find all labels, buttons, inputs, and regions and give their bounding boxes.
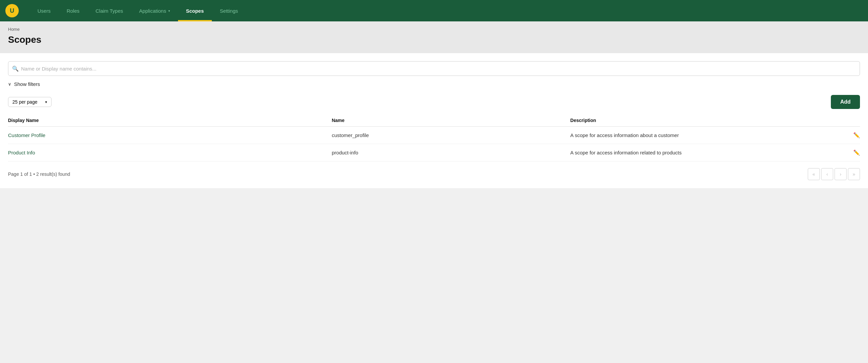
cell-description: A scope for access information about a c… [570, 127, 826, 144]
table-body: Customer Profile customer_profile A scop… [8, 127, 860, 161]
applications-dropdown-arrow: ▾ [168, 9, 170, 13]
add-button[interactable]: Add [831, 95, 860, 109]
logo[interactable]: U [5, 4, 19, 18]
scope-display-name-link[interactable]: Customer Profile [8, 132, 45, 138]
cell-actions: ✏️ [826, 144, 860, 161]
pagination-summary: Page 1 of 1 • 2 result(s) found [8, 171, 70, 177]
scopes-table: Display Name Name Description Customer P… [8, 114, 860, 161]
show-filters-label: Show filters [14, 81, 40, 87]
page-header: Home Scopes [0, 22, 868, 53]
col-header-display-name: Display Name [8, 114, 332, 127]
nav-item-scopes[interactable]: Scopes [178, 0, 212, 22]
main-content: 🔍 ∨ Show filters 25 per page 50 per page… [0, 53, 868, 188]
pagination-row: Page 1 of 1 • 2 result(s) found « ‹ › » [8, 168, 860, 180]
navbar: U Users Roles Claim Types Applications ▾… [0, 0, 868, 22]
last-page-button[interactable]: » [848, 168, 860, 180]
toolbar: 25 per page 50 per page 100 per page ▾ A… [8, 95, 860, 109]
per-page-select-wrapper[interactable]: 25 per page 50 per page 100 per page ▾ [8, 97, 52, 107]
col-header-description: Description [570, 114, 826, 127]
col-header-name: Name [332, 114, 570, 127]
breadcrumb[interactable]: Home [8, 27, 860, 32]
scope-display-name-link[interactable]: Product Info [8, 150, 35, 156]
nav-item-settings[interactable]: Settings [212, 0, 246, 22]
table-header: Display Name Name Description [8, 114, 860, 127]
search-icon: 🔍 [12, 66, 19, 72]
cell-display-name: Customer Profile [8, 127, 332, 144]
table-row: Product Info product-info A scope for ac… [8, 144, 860, 161]
col-header-actions [826, 114, 860, 127]
nav-item-roles[interactable]: Roles [59, 0, 87, 22]
next-page-button[interactable]: › [835, 168, 846, 180]
show-filters-toggle[interactable]: ∨ Show filters [8, 81, 860, 87]
search-input[interactable] [8, 61, 860, 76]
cell-actions: ✏️ [826, 127, 860, 144]
per-page-select[interactable]: 25 per page 50 per page 100 per page [12, 99, 42, 105]
cell-name: customer_profile [332, 127, 570, 144]
pagination-controls: « ‹ › » [808, 168, 860, 180]
nav-item-users[interactable]: Users [29, 0, 59, 22]
first-page-button[interactable]: « [808, 168, 820, 180]
nav-items: Users Roles Claim Types Applications ▾ S… [29, 0, 246, 22]
edit-icon[interactable]: ✏️ [853, 132, 860, 138]
table-row: Customer Profile customer_profile A scop… [8, 127, 860, 144]
search-wrapper: 🔍 [8, 61, 860, 76]
nav-item-claim-types[interactable]: Claim Types [88, 0, 131, 22]
edit-icon[interactable]: ✏️ [853, 150, 860, 156]
cell-display-name: Product Info [8, 144, 332, 161]
prev-page-button[interactable]: ‹ [821, 168, 833, 180]
nav-item-applications[interactable]: Applications ▾ [131, 0, 178, 22]
cell-name: product-info [332, 144, 570, 161]
per-page-chevron-icon: ▾ [45, 100, 47, 104]
cell-description: A scope for access information related t… [570, 144, 826, 161]
chevron-down-icon: ∨ [8, 81, 11, 87]
page-title: Scopes [8, 34, 860, 45]
